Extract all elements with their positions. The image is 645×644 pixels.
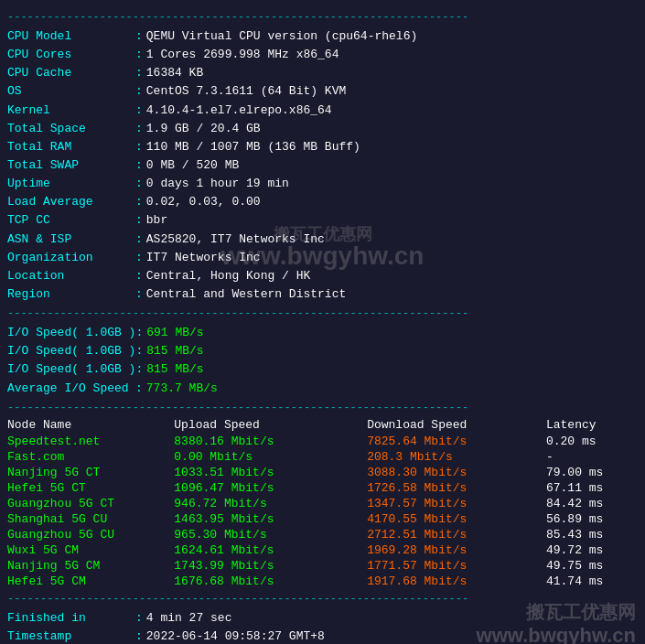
system-info-row: Region:Central and Western District bbox=[7, 285, 638, 304]
node-name: Nanjing 5G CM bbox=[7, 558, 174, 574]
info-value: IT7 Networks Inc bbox=[146, 249, 261, 267]
download-speed: 208.3 Mbit/s bbox=[367, 449, 546, 465]
upload-speed: 8380.16 Mbit/s bbox=[174, 434, 367, 449]
info-value: AS25820, IT7 Networks Inc bbox=[146, 231, 325, 249]
io-speed-row: I/O Speed( 1.0GB ):815 MB/s bbox=[7, 342, 638, 360]
speed-table-row: Guangzhou 5G CU965.30 Mbit/s2712.51 Mbit… bbox=[7, 527, 638, 542]
info-label: CPU Cores bbox=[7, 46, 135, 64]
node-name: Guangzhou 5G CU bbox=[7, 527, 174, 542]
speed-table-row: Hefei 5G CM1676.68 Mbit/s1917.68 Mbit/s4… bbox=[7, 574, 638, 589]
upload-speed: 1096.47 Mbit/s bbox=[174, 480, 367, 496]
latency: 56.89 ms bbox=[546, 511, 638, 527]
info-label: Location bbox=[7, 267, 135, 285]
latency: 67.11 ms bbox=[546, 480, 638, 496]
info-value: 1.9 GB / 20.4 GB bbox=[146, 120, 261, 138]
info-value: 0.02, 0.03, 0.00 bbox=[146, 193, 261, 211]
upload-speed: 1743.99 Mbit/s bbox=[174, 558, 367, 574]
footer-row: Timestamp:2022-06-14 09:58:27 GMT+8 bbox=[7, 628, 638, 644]
download-speed: 7825.64 Mbit/s bbox=[367, 434, 546, 449]
footer-section: Finished in:4 min 27 secTimestamp:2022-0… bbox=[7, 609, 638, 644]
speed-table-header: Upload Speed bbox=[174, 418, 367, 434]
info-value: Central and Western District bbox=[146, 285, 346, 304]
latency: 84.42 ms bbox=[546, 496, 638, 511]
info-value: QEMU Virtual CPU version (cpu64-rhel6) bbox=[146, 27, 417, 46]
footer-row: Finished in:4 min 27 sec bbox=[7, 609, 638, 628]
system-info-row: Kernel:4.10.4-1.el7.elrepo.x86_64 bbox=[7, 102, 638, 120]
speed-table-header: Node Name bbox=[7, 418, 174, 434]
latency: 41.74 ms bbox=[546, 574, 638, 589]
latency: 49.72 ms bbox=[546, 542, 638, 558]
info-value: 16384 KB bbox=[146, 64, 203, 82]
speed-table-header: Download Speed bbox=[367, 418, 546, 434]
io-divider-bottom: ----------------------------------------… bbox=[7, 402, 638, 414]
info-label: Region bbox=[7, 285, 135, 304]
info-label: Uptime bbox=[7, 175, 135, 193]
download-speed: 1771.57 Mbit/s bbox=[367, 558, 546, 574]
info-value: 1 Cores 2699.998 MHz x86_64 bbox=[146, 46, 339, 64]
node-name: Wuxi 5G CM bbox=[7, 542, 174, 558]
upload-speed: 1463.95 Mbit/s bbox=[174, 511, 367, 527]
system-info-row: Organization:IT7 Networks Inc bbox=[7, 249, 638, 267]
latency: 0.20 ms bbox=[546, 434, 638, 449]
info-label: OS bbox=[7, 82, 135, 101]
download-speed: 4170.55 Mbit/s bbox=[367, 511, 546, 527]
info-value: 110 MB / 1007 MB (136 MB Buff) bbox=[146, 138, 360, 156]
system-divider-bottom: ----------------------------------------… bbox=[7, 307, 638, 320]
latency: 79.00 ms bbox=[546, 465, 638, 480]
latency: 85.43 ms bbox=[546, 527, 638, 542]
download-speed: 1726.58 Mbit/s bbox=[367, 480, 546, 496]
speed-table-row: Guangzhou 5G CT946.72 Mbit/s1347.57 Mbit… bbox=[7, 496, 638, 511]
download-speed: 2712.51 Mbit/s bbox=[367, 527, 546, 542]
system-info-row: OS:CentOS 7.3.1611 (64 Bit) KVM bbox=[7, 82, 638, 101]
info-label: Load Average bbox=[7, 193, 135, 211]
system-info-section: ----------------------------------------… bbox=[7, 11, 638, 320]
speed-table-row: Speedtest.net8380.16 Mbit/s7825.64 Mbit/… bbox=[7, 434, 638, 449]
node-name: Hefei 5G CM bbox=[7, 574, 174, 589]
speed-table-row: Shanghai 5G CU1463.95 Mbit/s4170.55 Mbit… bbox=[7, 511, 638, 527]
node-name: Nanjing 5G CT bbox=[7, 465, 174, 480]
node-name: Shanghai 5G CU bbox=[7, 511, 174, 527]
speed-table-row: Nanjing 5G CM1743.99 Mbit/s1771.57 Mbit/… bbox=[7, 558, 638, 574]
latency: - bbox=[546, 449, 638, 465]
speed-table-row: Hefei 5G CT1096.47 Mbit/s1726.58 Mbit/s6… bbox=[7, 480, 638, 496]
system-info-row: TCP CC:bbr bbox=[7, 211, 638, 230]
info-label: CPU Cache bbox=[7, 64, 135, 82]
system-info-row: Load Average:0.02, 0.03, 0.00 bbox=[7, 193, 638, 211]
info-label: ASN & ISP bbox=[7, 231, 135, 249]
system-info-row: CPU Cores:1 Cores 2699.998 MHz x86_64 bbox=[7, 46, 638, 64]
info-value: Central, Hong Kong / HK bbox=[146, 267, 310, 285]
download-speed: 1917.68 Mbit/s bbox=[367, 574, 546, 589]
system-info-row: CPU Model:QEMU Virtual CPU version (cpu6… bbox=[7, 27, 638, 46]
node-name: Hefei 5G CT bbox=[7, 480, 174, 496]
system-info-row: Total Space:1.9 GB / 20.4 GB bbox=[7, 120, 638, 138]
node-name: Guangzhou 5G CT bbox=[7, 496, 174, 511]
system-info-row: Location:Central, Hong Kong / HK bbox=[7, 267, 638, 285]
speed-table-header: Latency bbox=[546, 418, 638, 434]
upload-speed: 0.00 Mbit/s bbox=[174, 449, 367, 465]
speed-table-row: Fast.com0.00 Mbit/s208.3 Mbit/s- bbox=[7, 449, 638, 465]
latency: 49.75 ms bbox=[546, 558, 638, 574]
download-speed: 1969.28 Mbit/s bbox=[367, 542, 546, 558]
info-label: Organization bbox=[7, 249, 135, 267]
system-info-row: ASN & ISP:AS25820, IT7 Networks Inc bbox=[7, 231, 638, 249]
info-value: 0 days 1 hour 19 min bbox=[146, 175, 289, 193]
speed-divider-bottom: ----------------------------------------… bbox=[7, 593, 638, 606]
system-info-row: Total RAM:110 MB / 1007 MB (136 MB Buff) bbox=[7, 138, 638, 156]
info-value: CentOS 7.3.1611 (64 Bit) KVM bbox=[146, 82, 346, 101]
upload-speed: 1624.61 Mbit/s bbox=[174, 542, 367, 558]
info-label: Kernel bbox=[7, 102, 135, 120]
download-speed: 1347.57 Mbit/s bbox=[367, 496, 546, 511]
info-label: TCP CC bbox=[7, 211, 135, 230]
info-value: 0 MB / 520 MB bbox=[146, 156, 239, 175]
info-label: Total Space bbox=[7, 120, 135, 138]
io-speed-section: I/O Speed( 1.0GB ):691 MB/sI/O Speed( 1.… bbox=[7, 324, 638, 414]
info-label: CPU Model bbox=[7, 27, 135, 46]
download-speed: 3088.30 Mbit/s bbox=[367, 465, 546, 480]
system-info-row: Total SWAP:0 MB / 520 MB bbox=[7, 156, 638, 175]
info-label: Total RAM bbox=[7, 138, 135, 156]
speed-table-row: Wuxi 5G CM1624.61 Mbit/s1969.28 Mbit/s49… bbox=[7, 542, 638, 558]
info-value: 4.10.4-1.el7.elrepo.x86_64 bbox=[146, 102, 332, 120]
system-info-row: Uptime:0 days 1 hour 19 min bbox=[7, 175, 638, 193]
upload-speed: 946.72 Mbit/s bbox=[174, 496, 367, 511]
io-speed-row: I/O Speed( 1.0GB ):691 MB/s bbox=[7, 324, 638, 342]
